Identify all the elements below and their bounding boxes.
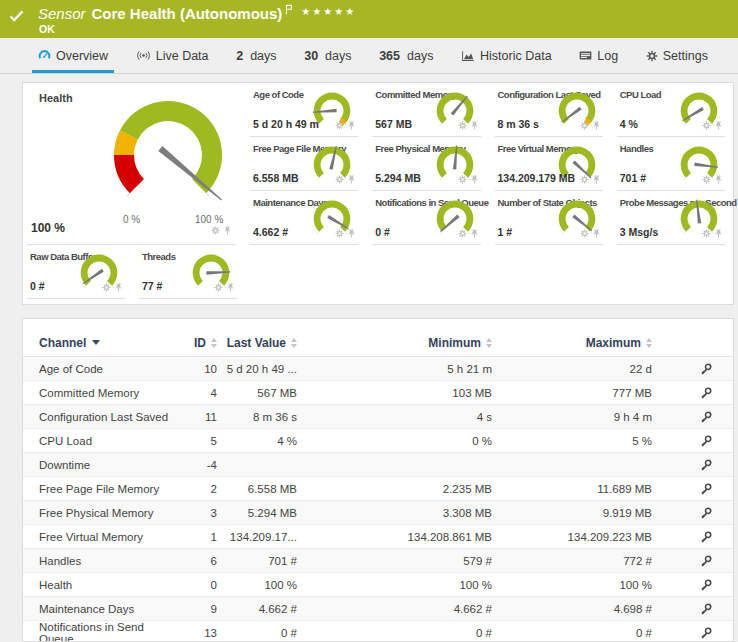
gauge-settings-gear-icon[interactable]	[580, 224, 589, 242]
gauge-tile[interactable]: Age of Code5 d 20 h 49 m	[246, 83, 368, 137]
gauge-tile[interactable]: Handles701 #	[613, 137, 735, 191]
gauge-tile[interactable]: Notifications in Send Queue0 #	[368, 191, 490, 245]
channel-settings-wrench-icon[interactable]	[700, 578, 713, 591]
channel-settings-wrench-icon[interactable]	[700, 434, 713, 447]
gauge-settings-gear-icon[interactable]	[580, 170, 589, 188]
column-header-id[interactable]: ID	[179, 336, 217, 350]
tab-log[interactable]: Log	[577, 38, 620, 73]
gauge-tile[interactable]: Threads77 #	[135, 245, 247, 299]
gauge-settings-gear-icon[interactable]	[702, 224, 711, 242]
tab-overview[interactable]: Overview	[36, 38, 110, 73]
channel-name-cell[interactable]: Age of Code	[39, 363, 179, 375]
table-row[interactable]: Handles6701 #579 #772 #	[23, 549, 733, 573]
table-row[interactable]: Configuration Last Saved118 m 36 s4 s9 h…	[23, 405, 733, 429]
channel-name-cell[interactable]: Health	[39, 579, 179, 591]
gauge-tile[interactable]: Raw Data Buffer0 #	[23, 245, 135, 299]
gauge-pin-icon[interactable]	[470, 116, 479, 134]
channel-name-cell[interactable]: Maintenance Days	[39, 603, 179, 615]
channel-settings-wrench-icon[interactable]	[700, 554, 713, 567]
table-row[interactable]: Maintenance Days94.662 #4.662 #4.698 #	[23, 597, 733, 621]
channel-settings-wrench-icon[interactable]	[700, 410, 713, 423]
gauge-settings-gear-icon[interactable]	[335, 116, 344, 134]
gauge-tile-health[interactable]: Health 0 % 100 % 100 %	[23, 83, 246, 245]
gauge-tile[interactable]: Number of State Objects1 #	[491, 191, 613, 245]
gauge-settings-gear-icon[interactable]	[211, 221, 220, 239]
table-row[interactable]: Age of Code105 d 20 h 49 ...5 h 21 m22 d	[23, 357, 733, 381]
gauge-tile[interactable]: Free Page File Memory6.558 MB	[246, 137, 368, 191]
gauge-pin-icon[interactable]	[470, 224, 479, 242]
channel-name-cell[interactable]: Free Physical Memory	[39, 507, 179, 519]
gauge-settings-gear-icon[interactable]	[458, 116, 467, 134]
gauge-settings-gear-icon[interactable]	[458, 170, 467, 188]
table-row[interactable]: Health0100 %100 %100 %	[23, 573, 733, 597]
channel-name-cell[interactable]: Notifications in Send Queue	[39, 621, 179, 642]
tab-label: Live Data	[156, 49, 209, 63]
column-header-maximum[interactable]: Maximum	[492, 336, 652, 350]
table-row[interactable]: Free Page File Memory26.558 MB2.235 MB11…	[23, 477, 733, 501]
gauge-pin-icon[interactable]	[114, 278, 123, 296]
gauge-pin-icon[interactable]	[592, 170, 601, 188]
table-row[interactable]: Free Virtual Memory1134.209.17...134.208…	[23, 525, 733, 549]
column-header-minimum[interactable]: Minimum	[297, 336, 492, 350]
gauge-pin-icon[interactable]	[226, 278, 235, 296]
channel-name-cell[interactable]: Free Virtual Memory	[39, 531, 179, 543]
gauge-tile[interactable]: Probe Messages per Second3 Msg/s	[613, 191, 735, 245]
channel-settings-wrench-icon[interactable]	[700, 386, 713, 399]
gauge-value: 4.662 #	[253, 226, 288, 238]
gauge-settings-gear-icon[interactable]	[702, 116, 711, 134]
gauge-tile[interactable]: CPU Load4 %	[613, 83, 735, 137]
tab-historic-data[interactable]: Historic Data	[459, 38, 554, 73]
gauge-tile[interactable]: Committed Memory567 MB	[368, 83, 490, 137]
minimum-cell: 5 h 21 m	[297, 363, 492, 375]
channel-settings-wrench-icon[interactable]	[700, 362, 713, 375]
gauge-settings-gear-icon[interactable]	[702, 170, 711, 188]
table-row[interactable]: Notifications in Send Queue130 #0 #0 #	[23, 621, 733, 642]
column-header-last-value[interactable]: Last Value	[217, 336, 297, 350]
gauge-settings-gear-icon[interactable]	[580, 116, 589, 134]
gauge-pin-icon[interactable]	[347, 224, 356, 242]
priority-stars[interactable]: ★★★★★	[301, 6, 356, 17]
tab-settings[interactable]: Settings	[644, 38, 710, 73]
channel-name-cell[interactable]: Configuration Last Saved	[39, 411, 179, 423]
gauge-pin-icon[interactable]	[714, 116, 723, 134]
gauge-pin-icon[interactable]	[347, 170, 356, 188]
gauge-pin-icon[interactable]	[714, 224, 723, 242]
tab-2-days[interactable]: 2days	[234, 38, 278, 73]
column-header-channel[interactable]: Channel	[39, 336, 179, 350]
flag-icon[interactable]	[285, 1, 293, 19]
gauge-tile[interactable]: Maintenance Days4.662 #	[246, 191, 368, 245]
channel-settings-wrench-icon[interactable]	[700, 530, 713, 543]
channel-settings-wrench-icon[interactable]	[700, 482, 713, 495]
table-row[interactable]: Committed Memory4567 MB103 MB777 MB	[23, 381, 733, 405]
tab-30-days[interactable]: 30days	[302, 38, 353, 73]
table-row[interactable]: CPU Load54 %0 %5 %	[23, 429, 733, 453]
channel-settings-wrench-icon[interactable]	[700, 626, 713, 639]
channel-settings-wrench-icon[interactable]	[700, 506, 713, 519]
gauge-pin-icon[interactable]	[592, 116, 601, 134]
gauge-settings-gear-icon[interactable]	[458, 224, 467, 242]
tab-365-days[interactable]: 365days	[377, 38, 435, 73]
channel-settings-wrench-icon[interactable]	[700, 458, 713, 471]
prtg-sensor-page: { "header": { "kind_label": "Sensor", "t…	[0, 0, 738, 642]
table-row[interactable]: Free Physical Memory35.294 MB3.308 MB9.9…	[23, 501, 733, 525]
tab-live-data[interactable]: Live Data	[134, 38, 211, 73]
gauge-pin-icon[interactable]	[470, 170, 479, 188]
gauge-pin-icon[interactable]	[714, 170, 723, 188]
channel-name-cell[interactable]: Committed Memory	[39, 387, 179, 399]
table-row[interactable]: Downtime-4	[23, 453, 733, 477]
gauge-settings-gear-icon[interactable]	[214, 278, 223, 296]
gauge-tile[interactable]: Free Virtual Memory134.209.179 MB	[491, 137, 613, 191]
channel-name-cell[interactable]: Handles	[39, 555, 179, 567]
gauge-pin-icon[interactable]	[592, 224, 601, 242]
gauge-settings-gear-icon[interactable]	[335, 224, 344, 242]
gauge-settings-gear-icon[interactable]	[335, 170, 344, 188]
gauge-settings-gear-icon[interactable]	[102, 278, 111, 296]
channel-name-cell[interactable]: CPU Load	[39, 435, 179, 447]
gauge-tile[interactable]: Configuration Last Saved8 m 36 s	[491, 83, 613, 137]
gauge-tile[interactable]: Free Physical Memory5.294 MB	[368, 137, 490, 191]
channel-settings-wrench-icon[interactable]	[700, 602, 713, 615]
gauge-pin-icon[interactable]	[223, 221, 232, 239]
channel-name-cell[interactable]: Free Page File Memory	[39, 483, 179, 495]
channel-name-cell[interactable]: Downtime	[39, 459, 179, 471]
gauge-pin-icon[interactable]	[347, 116, 356, 134]
